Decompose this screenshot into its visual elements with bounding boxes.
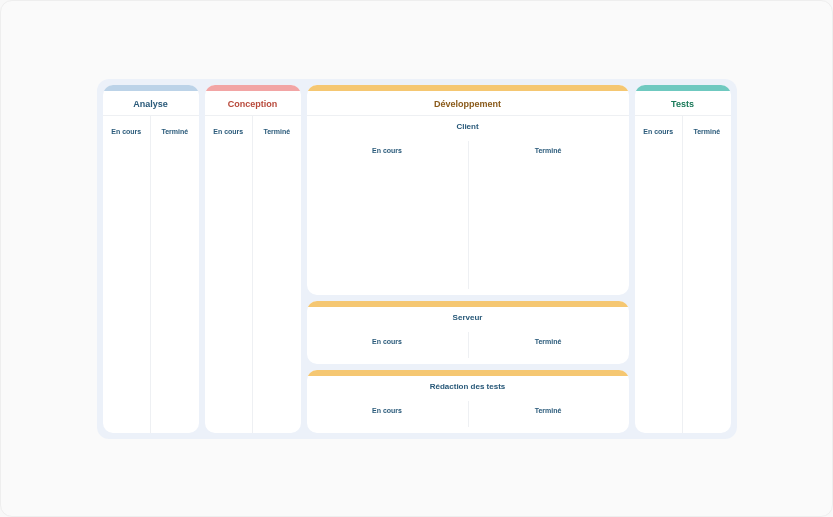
column-title-conception: Conception bbox=[205, 91, 301, 116]
swimlane-tests: En cours Terminé bbox=[635, 116, 731, 433]
dev-section-title-tests-writing: Rédaction des tests bbox=[307, 376, 629, 395]
lane-label: Terminé bbox=[693, 128, 720, 135]
swimlane-dev-server: En cours Terminé bbox=[307, 326, 629, 364]
lane-label: En cours bbox=[111, 128, 141, 135]
lane-conception-in-progress[interactable]: En cours bbox=[205, 116, 253, 433]
lane-dev-client-in-progress[interactable]: En cours bbox=[307, 135, 468, 295]
swimlane-conception: En cours Terminé bbox=[205, 116, 301, 433]
lane-dev-tests-writing-done[interactable]: Terminé bbox=[468, 395, 629, 433]
lane-label: En cours bbox=[213, 128, 243, 135]
dev-section-title-server: Serveur bbox=[307, 307, 629, 326]
lane-label: Terminé bbox=[161, 128, 188, 135]
column-title-analyse: Analyse bbox=[103, 91, 199, 116]
lane-dev-server-in-progress[interactable]: En cours bbox=[307, 326, 468, 364]
lane-dev-client-done[interactable]: Terminé bbox=[468, 135, 629, 295]
kanban-board: Analyse En cours Terminé Conception En c… bbox=[97, 79, 737, 439]
dev-panel-tests-writing[interactable]: Rédaction des tests En cours Terminé bbox=[307, 370, 629, 433]
lane-conception-done[interactable]: Terminé bbox=[252, 116, 301, 433]
swimlane-dev-client: En cours Terminé bbox=[307, 135, 629, 295]
lane-label: En cours bbox=[372, 338, 402, 345]
lane-label: En cours bbox=[372, 147, 402, 154]
lane-label: Terminé bbox=[535, 407, 562, 414]
lane-analyse-done[interactable]: Terminé bbox=[150, 116, 199, 433]
swimlane-analyse: En cours Terminé bbox=[103, 116, 199, 433]
column-title-tests: Tests bbox=[635, 91, 731, 116]
lane-dev-server-done[interactable]: Terminé bbox=[468, 326, 629, 364]
dev-panel-client[interactable]: Développement Client En cours Terminé bbox=[307, 85, 629, 295]
app-canvas: Analyse En cours Terminé Conception En c… bbox=[0, 0, 833, 517]
column-analyse[interactable]: Analyse En cours Terminé bbox=[103, 85, 199, 433]
lane-label: En cours bbox=[643, 128, 673, 135]
lane-tests-in-progress[interactable]: En cours bbox=[635, 116, 683, 433]
column-conception[interactable]: Conception En cours Terminé bbox=[205, 85, 301, 433]
column-title-development: Développement bbox=[307, 91, 629, 116]
lane-label: Terminé bbox=[535, 147, 562, 154]
dev-section-title-client: Client bbox=[307, 116, 629, 135]
column-tests[interactable]: Tests En cours Terminé bbox=[635, 85, 731, 433]
lane-label: Terminé bbox=[263, 128, 290, 135]
lane-tests-done[interactable]: Terminé bbox=[682, 116, 731, 433]
swimlane-dev-tests-writing: En cours Terminé bbox=[307, 395, 629, 433]
lane-label: Terminé bbox=[535, 338, 562, 345]
lane-analyse-in-progress[interactable]: En cours bbox=[103, 116, 151, 433]
dev-panel-server[interactable]: Serveur En cours Terminé bbox=[307, 301, 629, 364]
column-development: Développement Client En cours Terminé Se… bbox=[307, 85, 629, 433]
lane-dev-tests-writing-in-progress[interactable]: En cours bbox=[307, 395, 468, 433]
lane-label: En cours bbox=[372, 407, 402, 414]
